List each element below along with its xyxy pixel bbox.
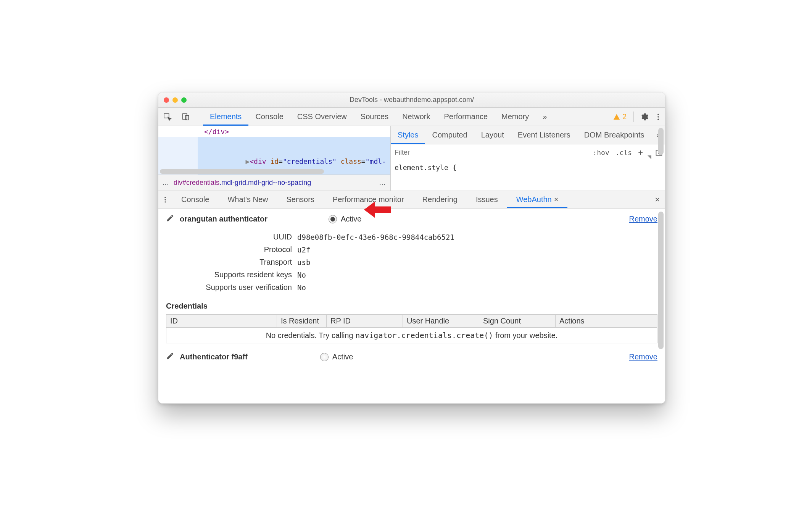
drawer-tab-console[interactable]: Console: [172, 191, 218, 208]
styles-tab-dom-breakpoints[interactable]: DOM Breakpoints: [577, 126, 651, 144]
drawer-tab-rendering[interactable]: Rendering: [413, 191, 467, 208]
credentials-table: ID Is Resident RP ID User Handle Sign Co…: [166, 314, 657, 343]
remove-authenticator-link[interactable]: Remove: [629, 215, 657, 223]
protocol-value: u2f: [297, 246, 657, 254]
tab-performance[interactable]: Performance: [437, 108, 495, 126]
drawer-tab-webauthn[interactable]: WebAuthn×: [507, 191, 568, 208]
styles-filter-input[interactable]: [391, 149, 590, 157]
edit-name-icon[interactable]: [166, 214, 175, 224]
col-user-handle[interactable]: User Handle: [403, 315, 479, 328]
styles-tab-styles[interactable]: Styles: [391, 126, 425, 144]
tabs-overflow[interactable]: »: [536, 108, 554, 126]
col-actions[interactable]: Actions: [556, 315, 657, 328]
styles-tab-computed[interactable]: Computed: [425, 126, 474, 144]
transport-value: usb: [297, 258, 657, 267]
drawer-more-icon[interactable]: [158, 196, 172, 204]
tab-sources[interactable]: Sources: [354, 108, 395, 126]
breadcrumb-left-ellipsis[interactable]: …: [162, 179, 170, 187]
elements-horizontal-scrollbar[interactable]: [158, 168, 390, 175]
toggle-hov-button[interactable]: :hov: [590, 149, 612, 157]
svg-point-7: [164, 197, 166, 198]
drawer-tabs: Console What's New Sensors Performance m…: [158, 191, 665, 209]
device-toolbar-icon[interactable]: [177, 113, 195, 121]
window-titlebar: DevTools - webauthndemo.appspot.com/: [158, 92, 665, 108]
col-id[interactable]: ID: [166, 315, 277, 328]
webauthn-panel: orangutan authenticator Active Remove UU…: [158, 209, 665, 403]
svg-point-8: [164, 199, 166, 200]
protocol-label: Protocol: [166, 245, 292, 254]
tab-network[interactable]: Network: [395, 108, 437, 126]
elements-panel[interactable]: … </div> ▶<div id="credentials" class="m…: [158, 126, 390, 191]
drawer-tab-sensors[interactable]: Sensors: [277, 191, 323, 208]
drawer-tab-whats-new[interactable]: What's New: [218, 191, 277, 208]
svg-point-9: [164, 201, 166, 202]
selected-element-line[interactable]: ▶<div id="credentials" class="mdl-: [245, 157, 386, 165]
code-prev-close: </div>: [204, 128, 229, 136]
styles-scrollbar[interactable]: [658, 128, 664, 155]
svg-point-3: [657, 113, 659, 115]
devtools-main-tabs: Elements Console CSS Overview Sources Ne…: [158, 108, 665, 126]
inspect-element-icon[interactable]: [158, 113, 177, 121]
credentials-heading: Credentials: [166, 302, 657, 310]
close-drawer-icon[interactable]: ×: [649, 195, 665, 205]
more-menu-icon[interactable]: [651, 113, 665, 121]
settings-icon[interactable]: [638, 113, 651, 121]
active-radio[interactable]: [329, 215, 337, 223]
col-rp-id[interactable]: RP ID: [327, 315, 403, 328]
style-rule-element-style[interactable]: element.style {: [391, 161, 665, 174]
tab-console[interactable]: Console: [248, 108, 290, 126]
elements-breadcrumb[interactable]: … div#credentials.mdl-grid.mdl-grid--no-…: [158, 175, 390, 191]
styles-resize-corner-icon[interactable]: [648, 155, 651, 159]
authenticator-name: Authenticator f9aff: [180, 353, 248, 361]
user-verification-value: No: [297, 283, 657, 292]
uuid-label: UUID: [166, 233, 292, 241]
uuid-value: d98e08fb-0efc-43e6-968c-99844cab6521: [297, 233, 657, 241]
annotation-arrow-icon: [364, 200, 391, 219]
tab-css-overview[interactable]: CSS Overview: [290, 108, 354, 126]
active-label: Active: [332, 353, 353, 361]
resident-keys-value: No: [297, 271, 657, 279]
tab-elements[interactable]: Elements: [203, 108, 248, 126]
new-style-rule-icon[interactable]: +: [635, 148, 646, 158]
svg-rect-1: [183, 113, 187, 119]
toggle-cls-button[interactable]: .cls: [612, 149, 635, 157]
transport-label: Transport: [166, 258, 292, 267]
styles-tab-event-listeners[interactable]: Event Listeners: [511, 126, 577, 144]
user-verification-label: Supports user verification: [166, 283, 292, 292]
resident-keys-label: Supports resident keys: [166, 270, 292, 279]
svg-point-4: [657, 116, 659, 118]
active-label: Active: [341, 215, 361, 223]
breadcrumb-right-ellipsis[interactable]: …: [379, 179, 387, 187]
credentials-empty-row: No credentials. Try calling navigator.cr…: [166, 328, 657, 343]
styles-panel: Styles Computed Layout Event Listeners D…: [390, 126, 665, 191]
warnings-count: 2: [622, 112, 627, 121]
warnings-indicator[interactable]: 2: [613, 112, 627, 121]
window-title: DevTools - webauthndemo.appspot.com/: [158, 96, 665, 104]
remove-authenticator-link[interactable]: Remove: [629, 353, 657, 361]
close-tab-icon[interactable]: ×: [554, 195, 559, 204]
panel-scrollbar[interactable]: [658, 212, 664, 349]
col-is-resident[interactable]: Is Resident: [277, 315, 327, 328]
col-sign-count[interactable]: Sign Count: [479, 315, 556, 328]
drawer-tab-issues[interactable]: Issues: [467, 191, 507, 208]
tab-memory[interactable]: Memory: [495, 108, 536, 126]
authenticator-name: orangutan authenticator: [180, 215, 267, 223]
svg-point-5: [657, 118, 659, 120]
edit-name-icon[interactable]: [166, 352, 175, 362]
active-radio[interactable]: [320, 353, 329, 361]
styles-tab-layout[interactable]: Layout: [474, 126, 511, 144]
